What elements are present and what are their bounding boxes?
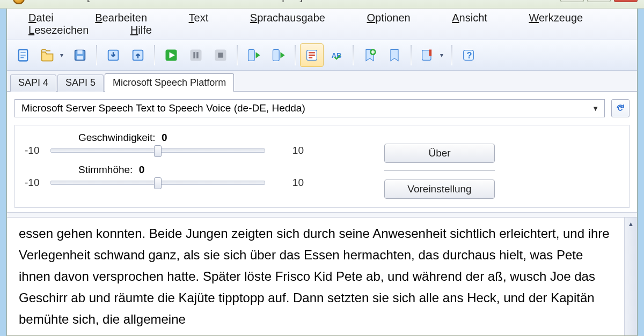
document-text-area: essen gehen konnten. Beide Jungen zeigte…	[7, 218, 637, 336]
svg-rect-21	[429, 50, 432, 56]
import-button[interactable]	[101, 43, 125, 67]
play-selection-icon	[246, 48, 261, 63]
menu-werkzeuge[interactable]: Werkzeuge	[516, 12, 596, 24]
new-file-button[interactable]	[11, 43, 35, 67]
pitch-slider-thumb[interactable]	[154, 177, 162, 189]
close-button[interactable]	[614, 0, 638, 2]
help-icon: ?	[461, 48, 476, 63]
app-window: Datei Bearbeiten Text Sprachausgabe Opti…	[6, 9, 638, 336]
about-voice-button[interactable]: Über	[384, 144, 495, 163]
speed-slider-thumb[interactable]	[154, 145, 162, 157]
voice-panel: Microsoft Server Speech Text to Speech V…	[7, 92, 637, 212]
menu-sprachausgabe[interactable]: Sprachausgabe	[237, 12, 338, 24]
app-icon	[13, 0, 25, 4]
bookmarks-button[interactable]	[383, 43, 406, 67]
menu-datei[interactable]: Datei	[16, 12, 67, 24]
toolbar-separator	[154, 45, 155, 65]
svg-text:?: ?	[467, 50, 472, 60]
highlight-toggle[interactable]	[300, 43, 324, 67]
horizontal-splitter[interactable]	[7, 212, 637, 218]
pause-button[interactable]	[184, 43, 208, 67]
refresh-voices-button[interactable]	[611, 99, 630, 117]
tab-sapi4[interactable]: SAPI 4	[10, 74, 56, 92]
play-selection-button[interactable]	[242, 43, 266, 67]
play-from-cursor-button[interactable]	[267, 43, 290, 67]
menu-bearbeiten[interactable]: Bearbeiten	[82, 12, 160, 24]
export-button[interactable]	[126, 43, 150, 67]
toolbar-separator	[96, 45, 97, 65]
save-button[interactable]	[68, 43, 92, 67]
vertical-scrollbar[interactable]: ▲	[624, 218, 637, 336]
save-icon	[72, 48, 87, 63]
svg-rect-6	[77, 56, 83, 59]
speed-max: 10	[278, 145, 304, 156]
svg-rect-5	[77, 50, 82, 54]
menu-lesezeichen[interactable]: Lesezeichen	[16, 24, 101, 36]
menu-bar: Datei Bearbeiten Text Sprachausgabe Opti…	[7, 9, 637, 40]
play-button[interactable]	[159, 43, 183, 67]
menu-text[interactable]: Text	[176, 12, 222, 24]
import-icon	[106, 48, 121, 63]
svg-rect-11	[193, 52, 195, 58]
export-icon	[130, 48, 145, 63]
preset-button[interactable]: Voreinstellung	[384, 180, 495, 199]
toolbar-separator	[295, 45, 296, 65]
tab-ms-speech-platform[interactable]: Microsoft Speech Platform	[105, 73, 234, 92]
pitch-max: 10	[278, 177, 304, 189]
svg-rect-16	[273, 50, 280, 61]
stop-icon	[213, 48, 228, 63]
maximize-button[interactable]	[587, 0, 611, 2]
pitch-slider-group: Stimmhöhe: 0 -10 10	[25, 164, 357, 189]
voice-select-value: Microsoft Server Speech Text to Speech V…	[21, 102, 305, 114]
dictionary-icon	[420, 48, 435, 63]
dictionary-button[interactable]	[416, 43, 447, 67]
window-titlebar: Balabolka - [D:\Jack London. Joe unter d…	[0, 0, 644, 9]
play-cursor-icon	[271, 48, 286, 63]
document-icon	[16, 48, 31, 63]
scroll-up-arrow[interactable]: ▲	[625, 218, 637, 230]
voice-engine-tabs: SAPI 4 SAPI 5 Microsoft Speech Platform	[7, 71, 637, 92]
bookmark-icon	[387, 48, 402, 63]
add-bookmark-button[interactable]	[358, 43, 382, 67]
stop-button[interactable]	[209, 43, 232, 67]
refresh-icon	[615, 103, 626, 114]
window-title: Balabolka - [D:\Jack London. Joe unter d…	[30, 0, 303, 3]
divider	[384, 170, 495, 171]
document-text[interactable]: essen gehen konnten. Beide Jungen zeigte…	[7, 218, 624, 336]
bookmark-add-icon	[362, 48, 377, 63]
minimize-button[interactable]	[560, 0, 584, 2]
spellcheck-button[interactable]: AB	[325, 43, 348, 67]
pitch-value: 0	[139, 164, 145, 175]
speed-value: 0	[162, 132, 167, 143]
tab-sapi5[interactable]: SAPI 5	[57, 74, 104, 92]
speed-slider-group: Geschwindigkeit: 0 -10 10	[25, 132, 357, 156]
speed-label: Geschwindigkeit:	[78, 132, 156, 143]
toolbar-separator	[353, 45, 354, 65]
menu-optionen[interactable]: Optionen	[354, 12, 423, 24]
folder-open-icon	[40, 48, 55, 63]
svg-rect-14	[218, 53, 223, 57]
toolbar-separator	[451, 45, 452, 65]
pause-icon	[188, 48, 203, 63]
pitch-min: -10	[25, 177, 50, 189]
voice-select[interactable]: Microsoft Server Speech Text to Speech V…	[14, 99, 605, 117]
voice-parameters: Geschwindigkeit: 0 -10 10 Stimmhöhe:	[14, 125, 630, 208]
svg-rect-12	[196, 52, 199, 58]
spellcheck-icon: AB	[329, 48, 344, 63]
pitch-slider[interactable]	[50, 181, 265, 185]
toolbar-separator	[411, 45, 412, 65]
play-icon	[164, 48, 179, 63]
speed-slider[interactable]	[50, 148, 265, 153]
highlight-icon	[304, 48, 319, 63]
menu-hilfe[interactable]: Hilfe	[118, 24, 165, 36]
open-file-button[interactable]	[36, 43, 67, 67]
help-button[interactable]: ?	[457, 43, 480, 67]
toolbar-separator	[237, 45, 238, 65]
menu-ansicht[interactable]: Ansicht	[439, 12, 500, 24]
chevron-down-icon: ▼	[592, 104, 599, 113]
svg-rect-10	[191, 50, 202, 61]
svg-rect-15	[248, 50, 255, 61]
toolbar: AB ?	[7, 40, 637, 71]
speed-min: -10	[25, 145, 50, 156]
pitch-label: Stimmhöhe:	[78, 164, 133, 175]
